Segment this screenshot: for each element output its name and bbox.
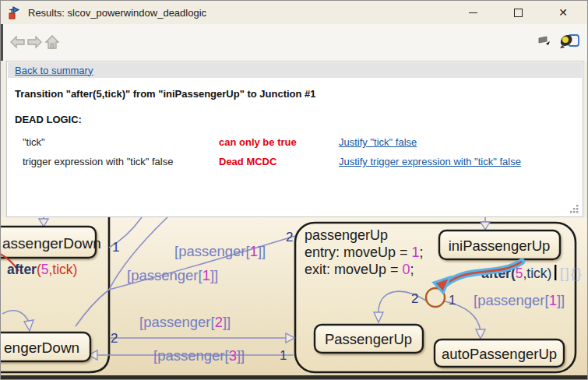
autocomplete-ghost: []{}	[560, 266, 583, 281]
exit-action: exit: moveUp = 0;	[305, 262, 414, 277]
table-row: trigger expression with "tick" false Dea…	[23, 152, 583, 171]
window-title: Results: slcov_powerwindow_deadlogic	[28, 7, 206, 19]
home-button[interactable]	[44, 33, 61, 51]
transition-heading: Transition "after(5,tick)" from "iniPass…	[15, 88, 575, 100]
status-cell: can only be true	[219, 136, 339, 148]
label-passenger2[interactable]: [passenger[2]]	[139, 314, 231, 330]
results-panel: Back to summary Transition "after(5,tick…	[6, 61, 583, 217]
back-button[interactable]	[9, 33, 26, 51]
toolbar	[1, 24, 587, 61]
state-label: autoPassengerUp	[442, 346, 557, 362]
label-passenger1[interactable]: [passenger[1]]	[127, 267, 218, 283]
label-passenger3[interactable]: [passenger[3]]	[153, 347, 245, 364]
transition-number: 1	[449, 293, 456, 308]
state-label: engerDown	[4, 340, 79, 356]
justify-trigger-expression-link[interactable]: Justify trigger expression with "tick" f…	[339, 156, 583, 167]
text-cursor	[555, 265, 556, 280]
condition-cell: "tick"	[23, 136, 219, 148]
back-bar: Back to summary	[8, 62, 582, 78]
report-flag-button[interactable]	[538, 36, 551, 47]
stateflow-chart: [passenger[1]] [passenger[1]] [passenger…	[1, 217, 588, 380]
minimize-button[interactable]	[450, 1, 495, 24]
close-icon: ✕	[558, 6, 568, 19]
state-label: PassengerUp	[325, 331, 412, 347]
state-label: assengerDown	[2, 235, 101, 252]
status-cell: Dead MCDC	[219, 156, 339, 167]
label-passenger1[interactable]: [passenger[1]]	[474, 292, 565, 308]
dead-logic-table: "tick" can only be true Justify "tick" f…	[23, 132, 583, 171]
condition-cell: trigger expression with "tick" false	[23, 156, 219, 167]
maximize-icon	[514, 9, 523, 17]
minimize-icon	[469, 12, 477, 13]
back-to-summary-link[interactable]: Back to summary	[15, 65, 93, 76]
outer-boundary	[1, 375, 588, 380]
label-after-left[interactable]: after(5,tick)	[7, 262, 77, 277]
results-window: Results: slcov_powerwindow_deadlogic ✕	[0, 0, 588, 380]
superstate-title: passengerUp	[305, 227, 388, 243]
forward-button[interactable]	[26, 33, 43, 51]
transition-number: 2	[411, 291, 418, 306]
home-icon	[44, 33, 61, 51]
title-bar: Results: slcov_powerwindow_deadlogic ✕	[1, 1, 587, 24]
close-button[interactable]: ✕	[540, 1, 586, 24]
coverage-app-icon	[8, 5, 22, 19]
transition-number: 2	[286, 230, 293, 245]
maximize-button[interactable]	[495, 1, 540, 24]
transition-number: 1	[112, 240, 119, 255]
entry-action: entry: moveUp = 1;	[305, 245, 424, 260]
transition-number: 2	[111, 331, 118, 346]
dead-logic-label: DEAD LOGIC:	[15, 114, 575, 125]
label-passenger1[interactable]: [passenger[1]]	[174, 243, 266, 259]
highlight-icon	[559, 33, 579, 50]
highlight-model-button[interactable]	[559, 33, 579, 50]
justify-tick-false-link[interactable]: Justify "tick" false	[339, 136, 583, 148]
flag-icon	[538, 36, 551, 47]
resize-grip-icon[interactable]	[569, 204, 579, 214]
back-icon	[9, 33, 26, 51]
state-label: iniPassengerUp	[449, 238, 551, 254]
transition-number: 1	[280, 348, 287, 363]
table-row: "tick" can only be true Justify "tick" f…	[23, 132, 583, 152]
forward-icon	[26, 33, 43, 51]
